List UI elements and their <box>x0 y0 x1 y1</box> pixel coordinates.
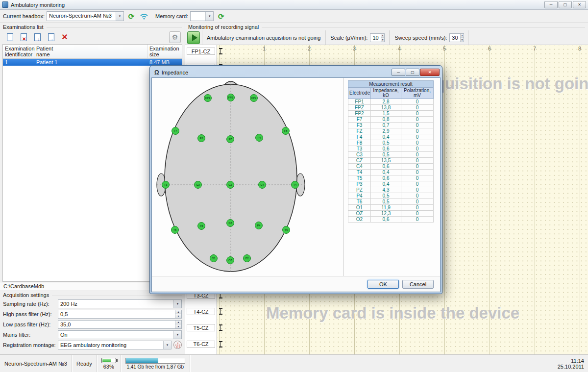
examinations-table-header: Examinationidentificator Patientname Exa… <box>3 45 182 59</box>
column-header-size[interactable]: Examinationsize <box>147 45 182 58</box>
memory-card-select[interactable]: ▼ <box>190 11 214 21</box>
measurement-table-title: Measurement result <box>348 81 434 88</box>
chevron-down-icon[interactable]: ▼ <box>163 341 171 349</box>
delete-examination-button[interactable]: ✕ <box>18 31 29 43</box>
acquisition-label: High pass filter (Hz): <box>3 311 56 317</box>
refresh-memory-card-button[interactable]: ⟳ <box>216 11 226 22</box>
channel-label-t6-cz[interactable]: T6-CZ <box>187 341 215 348</box>
omega-icon: Ω <box>154 70 159 75</box>
spinner-buttons[interactable]: ▲ ▼ <box>381 34 385 42</box>
chevron-down-icon[interactable]: ▼ <box>116 12 123 21</box>
start-acquisition-button[interactable] <box>187 31 200 44</box>
delete-all-examinations-button[interactable]: ✕ <box>59 31 71 43</box>
minimize-button[interactable]: ─ <box>544 1 558 8</box>
scale-value: 10 <box>370 34 380 42</box>
chevron-down-icon[interactable]: ▼ <box>173 300 181 308</box>
column-header-patient-name[interactable]: Patientname <box>34 45 147 58</box>
impedance-row-fpz: FPZ13,80 <box>348 105 434 111</box>
electrode-cell: OZ <box>348 211 371 217</box>
new-examination-button[interactable] <box>4 31 16 43</box>
wireless-button[interactable] <box>139 11 149 22</box>
status-bar: Neuron-Spectrum-AM №3 Ready 63% 1,41 Gb … <box>0 354 588 372</box>
acquisition-settings-title: Acquisition settings <box>3 292 49 298</box>
acquisition-combo-3[interactable]: On▼ <box>58 330 182 339</box>
electrode-cell: T4 <box>348 170 371 175</box>
channel-label-fp1-cz[interactable]: FP1-CZ <box>187 48 215 55</box>
electrode-cell: F8 <box>348 140 371 146</box>
chevron-down-icon[interactable]: ▼ <box>205 12 213 21</box>
polarization-cell: 0 <box>401 152 434 158</box>
import-examination-button[interactable]: ↓ <box>31 31 43 43</box>
montage-editor-button[interactable] <box>173 341 182 349</box>
examination-row-selected[interactable]: 1 Patient 1 8.47 MB <box>3 59 182 66</box>
scale-spinner[interactable]: 10 ▲ ▼ <box>370 33 385 42</box>
spin-down-icon[interactable]: ▼ <box>175 314 181 318</box>
acquisition-combo-4[interactable]: EEG ambulatory monitoring▼ <box>58 341 172 349</box>
spinner-buttons[interactable]: ▲▼ <box>175 310 181 318</box>
spin-up-icon[interactable]: ▲ <box>461 34 464 38</box>
app-icon <box>2 1 8 8</box>
impedance-cell: 0,6 <box>371 164 401 170</box>
chevron-down-icon[interactable]: ▼ <box>173 331 181 339</box>
acquisition-label: Sampling rate (Hz): <box>3 301 56 307</box>
scale-label: Scale (µV/mm): <box>330 35 368 41</box>
current-headbox-value: Neuron-Spectrum-AM №3 <box>47 12 116 21</box>
impedance-cell: 0,7 <box>371 123 401 128</box>
cancel-button[interactable]: Cancel <box>402 280 434 289</box>
spinner-buttons[interactable]: ▲▼ <box>175 321 181 328</box>
electrode-label: P3 <box>200 224 203 227</box>
electrode-label: C3 <box>196 183 199 186</box>
battery-icon <box>101 358 116 363</box>
close-button[interactable]: ✕ <box>573 1 586 8</box>
status-device: Neuron-Spectrum-AM №3 <box>0 355 72 372</box>
memory-progress-fill <box>126 358 158 363</box>
channel-label-t4-cz[interactable]: T4-CZ <box>187 308 215 315</box>
spin-down-icon[interactable]: ▼ <box>381 37 385 42</box>
ok-button[interactable]: OK <box>368 280 399 289</box>
combo-value: 200 Hz <box>58 300 173 308</box>
spin-up-icon[interactable]: ▲ <box>175 321 181 324</box>
current-headbox-select[interactable]: Neuron-Spectrum-AM №3 ▼ <box>47 11 124 21</box>
status-clock: 11:14 25.10.2011 <box>553 355 588 372</box>
monitoring-title: Monitoring of recording signal <box>188 24 259 30</box>
impedance-row-c4: C40,60 <box>348 164 434 170</box>
export-examination-button[interactable]: → <box>45 31 57 43</box>
dialog-maximize-button[interactable]: ▢ <box>406 69 419 76</box>
acquisition-row-2: Low pass filter (Hz):35,0▲▼ <box>3 319 182 329</box>
maximize-button[interactable]: ▢ <box>559 1 572 8</box>
settings-button[interactable]: ⚙ <box>169 31 181 43</box>
spin-down-icon[interactable]: ▼ <box>175 324 181 328</box>
spinner-buttons[interactable]: ▲ ▼ <box>460 34 464 42</box>
impedance-row-p3: P30,40 <box>348 181 434 187</box>
impedance-row-t6: T60,50 <box>348 199 434 205</box>
impedance-cell: 4,3 <box>371 187 401 193</box>
refresh-icon: ⟳ <box>128 13 135 20</box>
electrode-label: FP2 <box>251 97 256 99</box>
dialog-minimize-button[interactable]: ─ <box>392 69 405 76</box>
impedance-cell: 0,4 <box>371 181 401 187</box>
spin-up-icon[interactable]: ▲ <box>175 310 181 314</box>
combo-value: EEG ambulatory monitoring <box>58 341 163 349</box>
window-title: Ambulatory monitoring <box>11 2 544 8</box>
polarization-cell: 0 <box>401 187 434 193</box>
examination-patient-cell: Patient 1 <box>34 59 147 65</box>
refresh-headbox-button[interactable]: ⟳ <box>126 11 137 22</box>
polarization-cell: 0 <box>401 199 434 205</box>
acquisition-combo-0[interactable]: 200 Hz▼ <box>58 299 182 308</box>
time-mark: 6 <box>488 46 491 51</box>
acquisition-spinner-2[interactable]: 35,0▲▼ <box>58 320 182 329</box>
polarization-cell: 0 <box>401 217 434 223</box>
dialog-close-button[interactable]: ✕ <box>420 69 440 76</box>
column-header-polarization: Polarization, mV <box>401 88 434 99</box>
polarization-cell: 0 <box>401 99 434 105</box>
channel-label-t5-cz[interactable]: T5-CZ <box>187 324 215 331</box>
spin-up-icon[interactable]: ▲ <box>381 34 385 38</box>
electrode-cell: O1 <box>348 205 371 211</box>
acquisition-spinner-1[interactable]: 0,5▲▼ <box>58 310 182 319</box>
sweep-speed-spinner[interactable]: 30 ▲ ▼ <box>449 33 464 42</box>
acquisition-status-text: Ambulatory examination acquisition is no… <box>207 35 320 41</box>
column-header-identificator[interactable]: Examinationidentificator <box>3 45 34 58</box>
electrode-cell: FPZ <box>348 105 371 111</box>
electrode-label: PZ <box>228 222 232 224</box>
spin-down-icon[interactable]: ▼ <box>461 37 464 42</box>
